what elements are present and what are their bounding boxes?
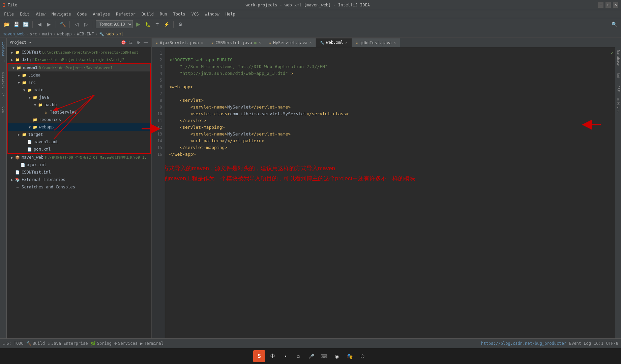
spring-status[interactable]: 🌿 Spring [91,341,112,346]
ime-more-btn[interactable]: ⬡ [357,351,368,362]
debug-button[interactable]: 🐛 [144,20,152,28]
menu-analyze[interactable]: Analyze [90,11,113,17]
profile-button[interactable]: ⚡ [162,20,171,28]
tab-close-jdbctest[interactable]: ✕ [393,40,396,45]
tab-close-ajaxservlet[interactable]: ✕ [201,40,203,45]
tab-close-myservlet[interactable]: ✕ [309,40,312,45]
todo-status[interactable]: ☑ 6: TODO [3,341,24,346]
left-strip-favorites[interactable]: 2: Favorites [1,71,6,98]
menu-help[interactable]: Help [223,11,238,17]
tree-item-testservlet[interactable]: ☕ TestServlet [8,109,150,116]
menu-code[interactable]: Code [75,11,90,17]
settings-button[interactable]: ⚙ [176,20,184,28]
build-status[interactable]: 🔨 Build [26,341,45,346]
tree-item-pomxml[interactable]: 📄 pom.xml [8,146,150,153]
window-title: work-projects - web.xml [maven_web] - In… [17,3,598,7]
panel-expand-btn[interactable]: ⇆ [128,39,134,46]
menu-run[interactable]: Run [157,11,170,17]
bc-maven-web[interactable]: maven_web [3,32,25,36]
bc-webinf[interactable]: WEB-INF [77,32,94,36]
menu-vcs[interactable]: VCS [189,11,202,17]
menu-tools[interactable]: Tools [171,11,188,17]
left-strip-project[interactable]: 1: Project [1,40,6,63]
tree-item-maven1iml[interactable]: 📄 maven1.iml [8,138,150,146]
tab-jdbctest[interactable]: ☕ jdbcTest.java ✕ [352,38,401,47]
tab-close-csrservlet[interactable]: ✕ [259,40,261,45]
right-strip-maven[interactable]: m Maven [616,97,621,114]
run-button[interactable]: ▶ [134,20,142,28]
terminal-status[interactable]: ▶ Terminal [140,341,164,346]
tree-item-xjxx[interactable]: 📄 xjxx.iml [7,161,151,169]
tree-item-main[interactable]: ▼ 📁 main [8,86,150,94]
arrow-maven-web: ▶ [9,155,15,160]
folder-icon-target: 📁 [22,132,27,137]
bc-webapp[interactable]: webapp [57,32,71,36]
bc-main[interactable]: main [42,32,52,36]
tree-item-csdntest[interactable]: ▶ 📁 CSDNTest D:\work\ideaProjects\work-p… [7,49,151,56]
tree-item-idea[interactable]: ▶ 📁 .idea [8,71,150,79]
ime-dot-btn[interactable]: • [280,351,291,362]
tree-item-scratches[interactable]: ✏ Scratches and Consoles [7,183,151,191]
code-content[interactable]: <!DOCTYPE web-app PUBLIC "-//Sun Microsy… [165,47,615,338]
tree-item-java[interactable]: ▼ 📁 java [8,94,150,101]
menu-file[interactable]: File [1,11,17,17]
menu-edit[interactable]: Edit [17,11,32,17]
tab-csrservlet[interactable]: ☕ CSRServlet.java ● ✕ [207,38,265,47]
right-strip-jsf[interactable]: JSF [616,84,621,93]
ime-chinese-btn[interactable]: 中 [267,351,278,362]
menu-build[interactable]: Build [139,11,156,17]
panel-settings-btn[interactable]: ⚙ [135,39,141,46]
save-button[interactable]: 💾 [12,20,20,28]
right-strip-ant[interactable]: Ant [616,71,621,80]
tree-item-maven1[interactable]: ▼ 📁 maven1 D:\work\ideaProjects\Maven\ma… [8,64,150,71]
terminal-icon: ▶ [140,341,143,346]
menu-window[interactable]: Window [202,11,222,17]
tab-ajaxservlet[interactable]: ☕ AjaxServlet.java ✕ [152,38,207,47]
ime-skin-btn[interactable]: 🎭 [344,351,355,362]
navigate-right[interactable]: ▷ [82,20,90,28]
java-enterprise-status[interactable]: ☕ Java Enterprise [48,341,88,346]
menu-navigate[interactable]: Navigate [49,11,74,17]
tree-item-dxtj2[interactable]: ▶ 📁 dxtj2 D:\work\ideaProjects\work-proj… [7,56,151,63]
tab-webxml[interactable]: 🔧 web.xml ✕ [316,38,352,47]
tab-myservlet[interactable]: ☕ MyServlet.java ✕ [265,38,316,47]
build-button[interactable]: 🔨 [59,20,67,28]
tree-item-aabb[interactable]: ▼ 📁 aa.bb [8,101,150,109]
ime-emoji-btn[interactable]: ☺ [293,351,304,362]
bc-sep4: › [73,32,76,36]
tab-close-webxml[interactable]: ✕ [345,40,348,45]
menu-view[interactable]: View [33,11,48,17]
open-button[interactable]: 📂 [3,20,11,28]
right-strip-database[interactable]: Database [616,49,621,67]
run-config-selector[interactable]: Tomcat 9.0.10 [96,20,133,28]
ime-voice-btn[interactable]: 🎤 [306,351,317,362]
panel-locate-btn[interactable]: 🎯 [120,39,126,46]
navigate-left[interactable]: ◁ [72,20,81,28]
forward-button[interactable]: ▶ [45,20,53,28]
tree-item-webapp[interactable]: ▼ 📁 webapp [8,123,150,131]
minimize-button[interactable]: ─ [598,2,603,8]
ime-logo[interactable]: S [253,350,265,362]
maximize-button[interactable]: □ [605,2,611,8]
services-icon: ⚙ [114,341,117,346]
tree-item-target[interactable]: ▶ 📁 target [8,131,150,138]
tree-item-external-libs[interactable]: ▶ 📚 External Libraries [7,176,151,183]
tree-item-resources[interactable]: 📁 resources [8,116,150,123]
services-status[interactable]: ⚙ Services [114,341,138,346]
ime-keyboard-btn[interactable]: ⌨ [319,351,329,362]
panel-minimize-btn[interactable]: — [143,39,149,46]
tree-item-src[interactable]: ▼ 📁 src [8,79,150,86]
sync-button[interactable]: 🔄 [22,20,30,28]
ime-settings-btn[interactable]: ◉ [331,351,342,362]
menu-refactor[interactable]: Refactor [113,11,138,17]
back-button[interactable]: ◀ [35,20,43,28]
event-log-status[interactable]: Event Log [569,341,591,346]
tree-item-maven-web[interactable]: ▶ 📦 maven_web F:\视频资料\09-企页版(2.0)-Maven项… [7,154,151,161]
search-everywhere-button[interactable]: 🔍 [610,20,618,28]
close-button[interactable]: ✕ [613,2,618,8]
bc-webxml[interactable]: 🔧 web.xml [99,32,124,36]
left-strip-web[interactable]: Web [1,105,6,114]
bc-src[interactable]: src [30,32,37,36]
tree-item-csdntest-iml[interactable]: 📄 CSDNTest.iml [7,169,151,176]
coverage-button[interactable]: ☂ [153,20,161,28]
